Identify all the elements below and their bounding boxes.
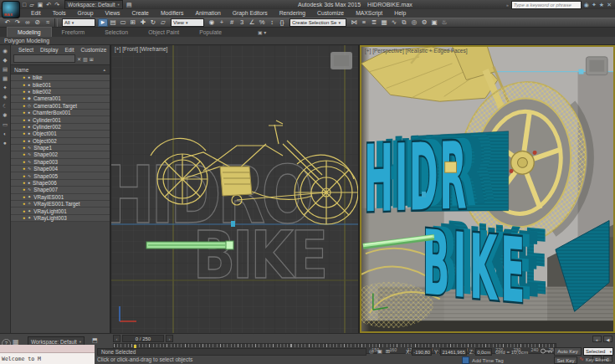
- menu-item[interactable]: Edit: [25, 9, 47, 18]
- workspace-cube-icon[interactable]: ⬒: [92, 337, 98, 344]
- align-icon[interactable]: ≡: [359, 18, 369, 27]
- list-item[interactable]: ● ● Cylinder002: [11, 124, 110, 131]
- snaps-toggle-icon[interactable]: 3: [237, 18, 247, 27]
- render-tab-icon[interactable]: ✱: [3, 112, 7, 118]
- absolute-offset-icon[interactable]: ⊞: [386, 348, 390, 355]
- list-item[interactable]: ● ∿ Shape007: [11, 187, 110, 193]
- list-item[interactable]: ● ● Object002: [11, 138, 110, 145]
- workspace-menu-icon[interactable]: ▤: [126, 2, 132, 8]
- favorites-icon[interactable]: ★: [599, 2, 604, 8]
- set-key-button[interactable]: Set Key: [554, 356, 577, 364]
- menu-item[interactable]: Graph Editors: [227, 9, 274, 18]
- select-and-manipulate-icon[interactable]: +: [217, 18, 227, 27]
- visibility-bulb-icon[interactable]: ●: [23, 74, 25, 80]
- selection-lock-icon[interactable]: ▣: [377, 348, 382, 355]
- keyboard-shortcut-override-icon[interactable]: #: [227, 18, 237, 27]
- workspace-dropdown[interactable]: Workspace: Default ▾: [64, 0, 123, 9]
- search-input[interactable]: Type a keyword or phrase: [511, 1, 582, 9]
- communication-center-icon[interactable]: ✕: [607, 2, 612, 8]
- ribbon-toggle-icon[interactable]: ▦: [379, 18, 389, 27]
- list-item[interactable]: ● ∿ Shape003: [11, 159, 110, 166]
- selection-filter-dropdown[interactable]: All ▾: [62, 18, 95, 27]
- y-coordinate-field[interactable]: 21461,965: [440, 348, 467, 356]
- sign-in-icon[interactable]: ✦: [592, 2, 597, 8]
- open-file-icon[interactable]: ▱: [29, 0, 33, 9]
- layout-preset-square-icon[interactable]: ▭: [3, 121, 8, 127]
- bind-to-space-warp-icon[interactable]: ≈: [43, 18, 53, 27]
- percent-snap-toggle-icon[interactable]: %: [257, 18, 267, 27]
- add-time-tag[interactable]: Add Time Tag: [462, 356, 504, 364]
- list-item[interactable]: ● ● bike002: [11, 89, 110, 95]
- curve-editor-icon[interactable]: ∿: [389, 18, 399, 27]
- save-file-icon[interactable]: ▣: [38, 0, 44, 9]
- go-to-start-button[interactable]: «: [592, 336, 602, 342]
- explorer-menu-item[interactable]: Select: [16, 47, 36, 53]
- list-item[interactable]: ● ● Object001: [11, 131, 110, 137]
- angle-snap-toggle-icon[interactable]: ∠: [247, 18, 257, 27]
- material-editor-icon[interactable]: ◎: [409, 18, 419, 27]
- named-selection-sets-dropdown[interactable]: Create Selection Se ▾: [290, 18, 346, 27]
- selection-mode-dropdown[interactable]: Selected ▾: [583, 347, 613, 356]
- list-item[interactable]: ● ◆ Camera001: [11, 95, 110, 102]
- auto-key-button[interactable]: Auto Key: [554, 347, 582, 356]
- visibility-bulb-icon[interactable]: ●: [23, 82, 25, 88]
- explorer-search-input[interactable]: [13, 54, 75, 63]
- visibility-bulb-icon[interactable]: ●: [23, 124, 25, 130]
- ribbon-tab[interactable]: Freeform: [52, 28, 95, 37]
- time-slider-frame-indicator[interactable]: 0 / 250: [122, 335, 164, 342]
- menu-item[interactable]: Modifiers: [155, 9, 190, 18]
- undo-icon[interactable]: ↶: [46, 0, 51, 9]
- z-coordinate-field[interactable]: 0,0cm: [475, 348, 492, 356]
- set-keys-curve-icon[interactable]: ∿: [579, 356, 584, 362]
- menu-item[interactable]: MAXScript: [350, 9, 388, 18]
- viewport-perspective-canvas[interactable]: HIDR HIDR HIDR HIDR HIDR BIKE BIKE BIKE …: [361, 47, 613, 331]
- menu-item[interactable]: Tools: [47, 9, 72, 18]
- layer-explorer-tab-icon[interactable]: ▦: [3, 75, 8, 81]
- viewport-perspective[interactable]: [+] [Perspective] [Realistic + Edged Fac…: [360, 45, 615, 333]
- visibility-bulb-icon[interactable]: ●: [23, 201, 25, 207]
- viewport-front[interactable]: [+] [Front] [Wireframe] HIDRO BIKE: [111, 45, 358, 333]
- new-scene-icon[interactable]: □: [23, 0, 26, 9]
- menu-item[interactable]: Group: [72, 9, 100, 18]
- redo-scene-icon[interactable]: ↷: [13, 18, 23, 27]
- list-item[interactable]: ● ● bike001: [11, 81, 110, 88]
- unlink-selection-icon[interactable]: ⊘: [33, 18, 43, 27]
- undo-scene-icon[interactable]: ↶: [3, 18, 13, 27]
- list-item[interactable]: ● ∿ Shape002: [11, 151, 110, 158]
- select-by-name-icon[interactable]: ▤: [108, 18, 118, 27]
- redo-icon[interactable]: ↷: [54, 0, 59, 9]
- visibility-bulb-icon[interactable]: ●: [23, 117, 25, 123]
- maxscript-mini-listener[interactable]: Welcome to M: [0, 345, 95, 364]
- x-coordinate-field[interactable]: -190,80: [412, 348, 432, 356]
- list-item[interactable]: ● ∿ Shape004: [11, 166, 110, 172]
- camera-explorer-icon[interactable]: ◈: [3, 94, 8, 100]
- menu-item[interactable]: Help: [388, 9, 412, 18]
- key-filters-button[interactable]: Key Filters...: [586, 357, 612, 362]
- visibility-bulb-icon[interactable]: ●: [23, 151, 25, 157]
- visibility-bulb-icon[interactable]: ●: [23, 194, 25, 200]
- visibility-bulb-icon[interactable]: ●: [23, 187, 25, 192]
- explorer-menu-item[interactable]: Edit: [62, 47, 76, 53]
- list-item[interactable]: ● ● Shape006: [11, 180, 110, 187]
- ribbon-overflow-icon[interactable]: ▣ ▾: [258, 29, 266, 36]
- layer-manager-icon[interactable]: ≣: [369, 18, 379, 27]
- isolate-selection-icon[interactable]: ◎: [369, 348, 374, 355]
- visibility-bulb-icon[interactable]: ●: [23, 89, 25, 95]
- ribbon-tab[interactable]: Modeling: [7, 27, 52, 37]
- visibility-bulb-icon[interactable]: ●: [23, 166, 25, 172]
- visibility-bulb-icon[interactable]: ●: [23, 138, 25, 144]
- menu-item[interactable]: Create: [126, 9, 155, 18]
- layout-preset-blob-icon[interactable]: ◐: [3, 131, 7, 136]
- menu-item[interactable]: Views: [99, 9, 126, 18]
- visibility-bulb-icon[interactable]: ●: [23, 159, 25, 165]
- rectangular-selection-region-icon[interactable]: ▭: [118, 18, 128, 27]
- explorer-menu-item[interactable]: Customize: [79, 47, 110, 53]
- menu-item[interactable]: Rendering: [274, 9, 311, 18]
- select-and-move-icon[interactable]: ✚: [138, 18, 148, 27]
- list-item[interactable]: ● ◇ Camera001.Target: [11, 103, 110, 110]
- visibility-bulb-icon[interactable]: ●: [23, 131, 25, 136]
- list-item[interactable]: ● ✦ VRayLight003: [11, 215, 110, 222]
- render-production-icon[interactable]: ♨: [439, 18, 449, 27]
- reference-coordinate-dropdown[interactable]: View ▾: [171, 18, 204, 27]
- ribbon-panel-strip[interactable]: Polygon Modeling: [0, 37, 615, 45]
